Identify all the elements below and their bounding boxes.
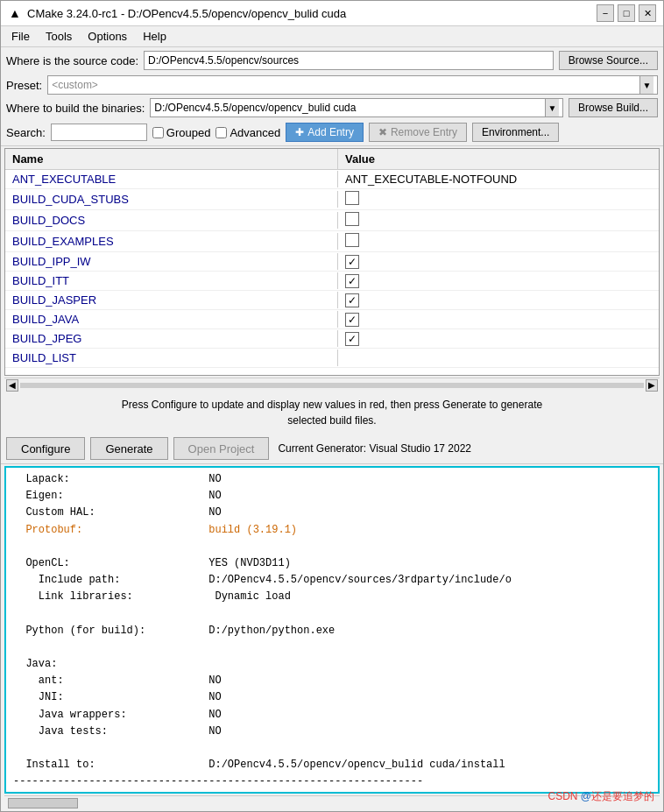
checkbox-cell[interactable] [345, 233, 359, 247]
table-row[interactable]: BUILD_CUDA_STUBS [5, 189, 659, 210]
row-value: ✓ [338, 272, 659, 290]
search-row: Search: Grouped Advanced ✚ Add Entry ✖ R… [1, 119, 663, 146]
grouped-checkbox-label[interactable]: Grouped [152, 126, 211, 139]
menu-help[interactable]: Help [136, 28, 173, 45]
horizontal-scrollbar[interactable]: ◀ ▶ [4, 378, 660, 392]
checkbox-cell[interactable]: ✓ [345, 293, 359, 307]
log-line: Link libraries: Dynamic load [13, 589, 651, 605]
remove-entry-button[interactable]: ✖ Remove Entry [369, 123, 467, 142]
row-name: BUILD_IPP_IW [5, 253, 338, 270]
log-line [13, 606, 651, 623]
menu-file[interactable]: File [4, 28, 37, 45]
log-line: Python (for build): D:/python/python.exe [13, 623, 651, 639]
binaries-row: Where to build the binaries: D:/OPencv4.… [1, 96, 663, 119]
row-name: ANT_EXECUTABLE [5, 171, 338, 187]
checkbox-cell[interactable]: ✓ [345, 332, 359, 346]
table-row[interactable]: BUILD_JAVA ✓ [5, 310, 659, 329]
log-line [13, 740, 651, 757]
source-input[interactable] [144, 51, 554, 70]
maximize-button[interactable]: □ [618, 4, 635, 22]
scroll-right-arrow[interactable]: ▶ [646, 379, 658, 392]
remove-icon: ✖ [378, 126, 387, 138]
main-window: ▲ CMake 3.24.0-rc1 - D:/OPencv4.5.5/open… [0, 0, 664, 812]
watermark: CSDN @还是要追梦的 [547, 789, 654, 804]
info-line1: Press Configure to update and display ne… [122, 399, 542, 411]
info-text: Press Configure to update and display ne… [1, 392, 663, 434]
table-row[interactable]: BUILD_JASPER ✓ [5, 291, 659, 310]
row-name: BUILD_ITT [5, 272, 338, 289]
log-line: Eigen: NO [13, 488, 651, 505]
col-header-name: Name [5, 149, 338, 169]
table-row[interactable]: BUILD_LIST [5, 349, 659, 368]
log-line: JNI: NO [13, 689, 651, 706]
action-button-row: Configure Generate Open Project Current … [1, 434, 663, 464]
row-value [338, 189, 659, 209]
environment-button[interactable]: Environment... [472, 123, 559, 142]
grouped-checkbox[interactable] [152, 127, 164, 138]
table-row[interactable]: BUILD_IPP_IW ✓ [5, 252, 659, 272]
preset-dropdown-arrow[interactable]: ▼ [639, 76, 653, 94]
log-line: Install to: D:/OPencv4.5.5/opencv/opencv… [13, 757, 651, 773]
search-input[interactable] [51, 124, 147, 141]
row-name: BUILD_CUDA_STUBS [5, 191, 338, 208]
watermark-prefix: CSDN [547, 790, 580, 802]
add-entry-label: Add Entry [307, 126, 354, 138]
row-name: BUILD_JASPER [5, 292, 338, 308]
menu-tools[interactable]: Tools [39, 28, 79, 45]
add-entry-button[interactable]: ✚ Add Entry [286, 123, 364, 142]
row-value: ✓ [338, 311, 659, 328]
binaries-dropdown-arrow[interactable]: ▼ [545, 99, 559, 117]
checkbox-cell[interactable] [345, 212, 359, 226]
binaries-combo[interactable]: D:/OPencv4.5.5/opencv/opencv_bulid cuda … [150, 98, 563, 117]
row-value [338, 357, 659, 360]
scroll-thumb[interactable] [8, 798, 78, 808]
table-scroll[interactable]: ANT_EXECUTABLE ANT_EXECUTABLE-NOTFOUND B… [5, 170, 659, 373]
table-row[interactable]: BUILD_JPEG ✓ [5, 329, 659, 349]
watermark-at: @ [581, 790, 591, 802]
open-project-button[interactable]: Open Project [173, 437, 270, 460]
table-row[interactable]: BUILD_DOCS [5, 210, 659, 231]
grouped-label: Grouped [166, 126, 211, 139]
browse-build-button[interactable]: Browse Build... [569, 98, 658, 117]
scroll-track [20, 383, 644, 388]
table-row[interactable]: BUILD_ITT ✓ [5, 272, 659, 291]
close-button[interactable]: ✕ [639, 4, 656, 22]
row-name: BUILD_EXAMPLES [5, 233, 338, 250]
window-title: CMake 3.24.0-rc1 - D:/OPencv4.5.5/opencv… [27, 7, 597, 20]
binaries-value: D:/OPencv4.5.5/opencv/opencv_bulid cuda [154, 102, 545, 114]
table-row[interactable]: ANT_EXECUTABLE ANT_EXECUTABLE-NOTFOUND [5, 170, 659, 189]
log-content[interactable]: Lapack: NO Eigen: NO Custom HAL: NO Prot… [6, 468, 658, 792]
log-line: Include path: D:/OPencv4.5.5/opencv/sour… [13, 572, 651, 589]
menu-options[interactable]: Options [81, 28, 134, 45]
preset-combo[interactable]: <custom> ▼ [47, 75, 658, 95]
log-line: ant: NO [13, 673, 651, 689]
checkbox-cell[interactable]: ✓ [345, 313, 359, 327]
log-container: Lapack: NO Eigen: NO Custom HAL: NO Prot… [4, 466, 660, 794]
col-header-value: Value [338, 149, 659, 169]
watermark-suffix: 还是要追梦的 [591, 790, 654, 802]
minimize-button[interactable]: − [597, 4, 614, 22]
row-value: ✓ [338, 330, 659, 348]
row-value: ✓ [338, 253, 659, 271]
info-line2: selected build files. [287, 414, 376, 427]
checkbox-cell[interactable]: ✓ [345, 274, 359, 288]
checkbox-cell[interactable]: ✓ [345, 255, 359, 269]
generate-button[interactable]: Generate [90, 437, 167, 460]
row-value: ANT_EXECUTABLE-NOTFOUND [338, 171, 659, 187]
source-label: Where is the source code: [6, 54, 138, 67]
row-name: BUILD_LIST [5, 350, 338, 366]
checkbox-cell[interactable] [345, 191, 359, 205]
preset-row: Preset: <custom> ▼ [1, 74, 663, 96]
log-line: Lapack: NO [13, 471, 651, 488]
app-icon: ▲ [8, 6, 22, 20]
log-line [13, 639, 651, 656]
configure-button[interactable]: Configure [6, 437, 85, 460]
scroll-left-arrow[interactable]: ◀ [6, 379, 18, 392]
row-value [338, 231, 659, 251]
table-row[interactable]: BUILD_EXAMPLES [5, 231, 659, 252]
advanced-checkbox-label[interactable]: Advanced [215, 126, 280, 139]
advanced-checkbox[interactable] [215, 127, 227, 138]
add-icon: ✚ [295, 126, 304, 138]
browse-source-button[interactable]: Browse Source... [559, 51, 658, 70]
binaries-label: Where to build the binaries: [6, 102, 145, 115]
